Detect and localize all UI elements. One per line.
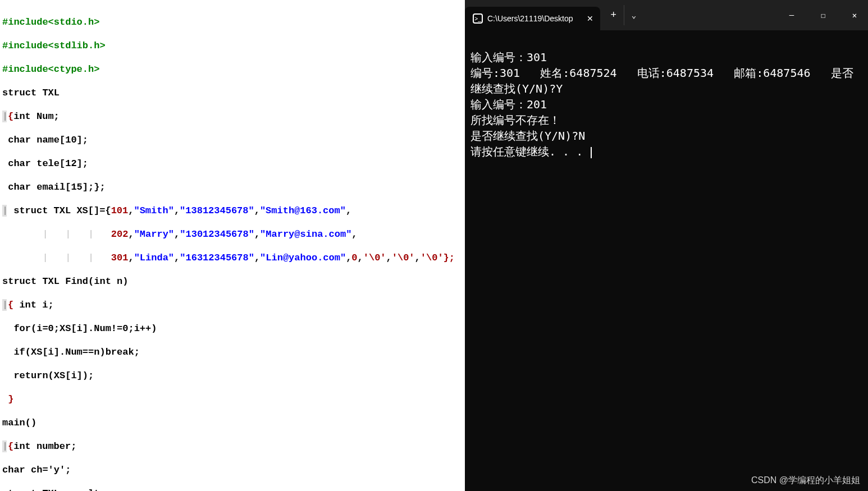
terminal-line: 所找编号不存在！ (470, 112, 862, 128)
terminal-line: 是否继续查找(Y/N)?N (470, 128, 862, 144)
minimize-button[interactable]: — (785, 8, 798, 22)
tab-title: C:\Users\21119\Desktop (487, 14, 573, 23)
code-line: struct TXL (2, 88, 60, 98)
terminal-icon: >_ (473, 13, 483, 24)
watermark-text: CSDN @学编程的小羊姐姐 (751, 475, 860, 487)
window-controls: — ☐ ✕ (785, 8, 861, 22)
terminal-window: >_ C:\Users\21119\Desktop ✕ + ⌄ — ☐ ✕ 输入… (465, 0, 868, 491)
terminal-line: 编号:301 姓名:6487524 电话:6487534 邮箱:6487546 … (470, 65, 862, 97)
new-tab-button[interactable]: + (604, 5, 624, 25)
terminal-output[interactable]: 输入编号：301编号:301 姓名:6487524 电话:6487534 邮箱:… (465, 30, 868, 194)
close-window-button[interactable]: ✕ (848, 8, 861, 22)
close-tab-button[interactable]: ✕ (584, 13, 596, 24)
terminal-line: 输入编号：301 (470, 49, 862, 65)
code-line: char tele[12]; (2, 158, 88, 169)
code-content: #include<stdio.h> #include<stdlib.h> #in… (2, 4, 463, 491)
tab-strip: >_ C:\Users\21119\Desktop ✕ + ⌄ (465, 0, 644, 30)
code-editor[interactable]: #include<stdio.h> #include<stdlib.h> #in… (0, 0, 465, 491)
terminal-line: 请按任意键继续. . . (470, 144, 862, 159)
tab-dropdown-button[interactable]: ⌄ (624, 5, 644, 25)
code-line: char name[10]; (2, 135, 88, 145)
include-line: #include<stdlib.h> (2, 40, 106, 51)
terminal-title-bar[interactable]: >_ C:\Users\21119\Desktop ✕ + ⌄ — ☐ ✕ (465, 0, 868, 30)
terminal-cursor (591, 147, 592, 158)
terminal-tab[interactable]: >_ C:\Users\21119\Desktop ✕ (465, 7, 600, 30)
maximize-button[interactable]: ☐ (816, 8, 830, 22)
include-line: #include<ctype.h> (2, 64, 99, 75)
terminal-line: 输入编号：201 (470, 97, 862, 112)
include-line: #include<stdio.h> (2, 17, 99, 27)
code-line: int Num; (13, 111, 60, 122)
code-line: char email[15];}; (2, 182, 106, 192)
code-line: struct TXL Find(int n) (2, 276, 128, 287)
